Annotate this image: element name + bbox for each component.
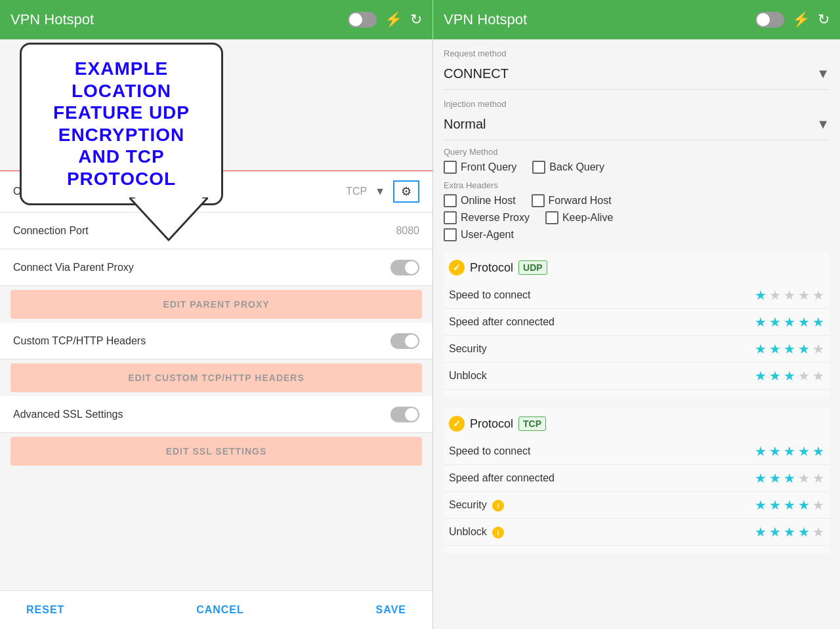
udp-badge: UDP: [518, 260, 547, 275]
tcp-security-label: Security i: [449, 499, 755, 512]
parent-proxy-toggle[interactable]: [390, 260, 419, 275]
star-5: ★: [812, 287, 824, 303]
back-query-checkbox[interactable]: Back Query: [532, 161, 604, 174]
edit-parent-proxy-button[interactable]: EDIT PARENT PROXY: [10, 290, 422, 319]
left-content: Connection Protocol TCP ▼ ⚙ Connection P…: [0, 171, 432, 629]
screen-container: VPN Hotspot ⚡ ↻ EXAMPLE LOCATION FEATURE…: [0, 0, 840, 629]
udp-protocol-name: Protocol: [470, 261, 513, 275]
edit-custom-headers-button[interactable]: EDIT CUSTOM TCP/HTTP HEADERS: [10, 363, 422, 392]
request-method-value: CONNECT: [444, 66, 509, 81]
star-2: ★: [769, 443, 781, 459]
edit-custom-headers-container: EDIT CUSTOM TCP/HTTP HEADERS: [0, 359, 432, 396]
custom-headers-toggle[interactable]: [390, 333, 419, 349]
user-agent-checkbox[interactable]: User-Agent: [444, 228, 514, 241]
udp-security-stars: ★ ★ ★ ★ ★: [755, 341, 824, 357]
connection-protocol-dropdown[interactable]: TCP ▼: [346, 186, 385, 197]
right-refresh-icon[interactable]: ↻: [818, 11, 830, 28]
front-query-checkbox[interactable]: Front Query: [444, 161, 516, 174]
tcp-speed-after-label: Speed after connected: [449, 472, 755, 484]
star-1: ★: [755, 287, 766, 303]
left-refresh-icon[interactable]: ↻: [410, 11, 422, 28]
bubble-pointer: [129, 197, 208, 246]
right-panel: VPN Hotspot ⚡ ↻ Request method CONNECT ▼…: [433, 0, 840, 629]
udp-security-label: Security: [449, 343, 755, 355]
reverse-proxy-checkbox[interactable]: Reverse Proxy: [444, 211, 530, 224]
edit-ssl-button[interactable]: EDIT SSL SETTINGS: [10, 437, 422, 466]
right-content: Request method CONNECT ▼ Injection metho…: [433, 39, 840, 629]
tcp-protocol-section: ✓ Protocol TCP Speed to connect ★ ★ ★ ★ …: [444, 408, 830, 554]
connection-protocol-value: TCP: [346, 186, 367, 197]
star-5: ★: [812, 341, 824, 357]
right-app-bar: VPN Hotspot ⚡ ↻: [433, 0, 840, 39]
star-4: ★: [798, 470, 810, 486]
custom-headers-row: Custom TCP/HTTP Headers: [0, 323, 432, 359]
speech-bubble-container: EXAMPLE LOCATION FEATURE UDP ENCRYPTION …: [20, 43, 223, 205]
star-3: ★: [784, 497, 795, 513]
tcp-unblock-label: Unblock i: [449, 526, 755, 538]
forward-host-checkbox[interactable]: Forward Host: [532, 194, 612, 207]
udp-speed-connect-stars: ★ ★ ★ ★ ★: [755, 287, 824, 303]
extra-headers-row3: User-Agent: [444, 228, 830, 241]
left-toggle[interactable]: [348, 12, 377, 28]
speech-bubble-text: EXAMPLE LOCATION FEATURE UDP ENCRYPTION …: [37, 58, 205, 190]
right-bolt-icon[interactable]: ⚡: [792, 11, 810, 28]
left-app-title: VPN Hotspot: [10, 11, 340, 28]
left-panel: VPN Hotspot ⚡ ↻ EXAMPLE LOCATION FEATURE…: [0, 0, 433, 629]
request-method-dropdown[interactable]: CONNECT ▼: [444, 61, 830, 90]
advanced-ssl-row: Advanced SSL Settings: [0, 396, 432, 433]
left-bolt-icon[interactable]: ⚡: [385, 11, 402, 28]
injection-method-value: Normal: [444, 117, 486, 132]
keep-alive-label: Keep-Alive: [562, 212, 613, 224]
right-toggle[interactable]: [755, 12, 784, 28]
online-host-checkbox[interactable]: Online Host: [444, 194, 516, 207]
keep-alive-box: [545, 211, 558, 224]
star-1: ★: [755, 443, 766, 459]
star-5: ★: [812, 470, 824, 486]
star-5: ★: [812, 497, 824, 513]
save-button[interactable]: SAVE: [376, 604, 406, 616]
tcp-speed-after-row: Speed after connected ★ ★ ★ ★ ★: [444, 465, 830, 492]
advanced-ssl-toggle[interactable]: [390, 407, 419, 422]
star-3: ★: [784, 470, 795, 486]
star-5: ★: [812, 524, 824, 540]
injection-method-chevron: ▼: [816, 117, 830, 132]
query-method-section: Query Method Front Query Back Query: [444, 147, 830, 174]
star-5: ★: [812, 368, 824, 384]
user-agent-box: [444, 228, 457, 241]
tcp-check-icon: ✓: [449, 416, 465, 432]
tcp-dropdown-arrow: ▼: [375, 186, 385, 197]
forward-host-label: Forward Host: [549, 195, 612, 207]
connection-port-input[interactable]: [367, 225, 419, 237]
unblock-info-icon[interactable]: i: [492, 527, 504, 538]
star-2: ★: [769, 497, 781, 513]
tune-button[interactable]: ⚙: [393, 180, 419, 203]
edit-parent-proxy-container: EDIT PARENT PROXY: [0, 286, 432, 323]
online-host-box: [444, 194, 457, 207]
user-agent-label: User-Agent: [461, 229, 514, 241]
star-3: ★: [784, 443, 795, 459]
cancel-button[interactable]: CANCEL: [196, 604, 244, 616]
star-2: ★: [769, 287, 781, 303]
udp-protocol-header: ✓ Protocol UDP: [444, 260, 830, 282]
udp-speed-connect-label: Speed to connect: [449, 289, 755, 301]
left-app-bar: VPN Hotspot ⚡ ↻: [0, 0, 432, 39]
tcp-protocol-header: ✓ Protocol TCP: [444, 416, 830, 438]
injection-method-dropdown[interactable]: Normal ▼: [444, 112, 830, 140]
request-method-chevron: ▼: [816, 66, 830, 81]
star-2: ★: [769, 368, 781, 384]
star-1: ★: [755, 470, 766, 486]
online-host-label: Online Host: [461, 195, 516, 207]
keep-alive-checkbox[interactable]: Keep-Alive: [545, 211, 613, 224]
udp-check-icon: ✓: [449, 260, 465, 275]
tcp-protocol-name: Protocol: [470, 417, 513, 431]
star-5: ★: [812, 314, 824, 330]
right-app-title: VPN Hotspot: [444, 11, 747, 28]
reset-button[interactable]: RESET: [26, 604, 64, 616]
star-3: ★: [784, 341, 795, 357]
security-info-icon[interactable]: i: [492, 500, 504, 512]
tcp-badge: TCP: [518, 416, 546, 431]
back-query-label: Back Query: [549, 161, 604, 173]
back-query-box: [532, 161, 545, 174]
star-2: ★: [769, 314, 781, 330]
bubble-arrow-svg: [129, 197, 208, 243]
